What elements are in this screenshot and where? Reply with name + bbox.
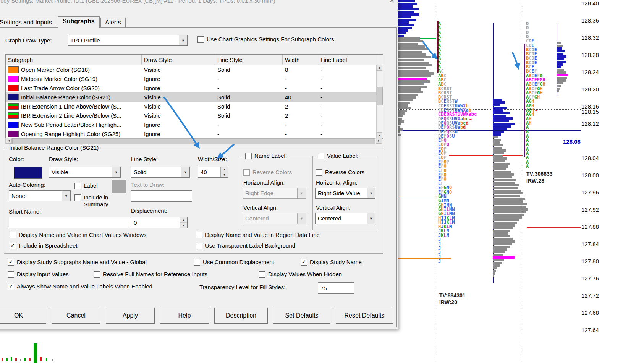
chevron-down-icon[interactable]: ▼ <box>367 213 375 224</box>
ok-button[interactable]: OK <box>0 308 46 324</box>
width-size-input[interactable]: 40 ▲▼ <box>198 167 228 178</box>
vertical-scrollbar[interactable]: ▲ ▼ <box>376 65 383 138</box>
spin-down-icon[interactable]: ▼ <box>221 172 228 177</box>
description-button[interactable]: Description <box>214 308 268 324</box>
scroll-left-icon[interactable]: ◄ <box>6 138 12 144</box>
table-row[interactable]: IBR Extension 1 Line Above/Below (S...Vi… <box>6 102 377 111</box>
horizontal-scrollbar[interactable]: ◄ ► <box>5 138 382 144</box>
tab-settings-and-inputs[interactable]: Settings and Inputs <box>0 18 57 28</box>
table-row[interactable]: Initial Balance Range Color (SG21)Visibl… <box>6 92 377 102</box>
checkbox-box[interactable] <box>245 153 252 159</box>
displacement-input[interactable]: 0 ▲▼ <box>131 217 188 228</box>
checkbox-box[interactable] <box>10 243 16 249</box>
table-row[interactable]: New Sub Period Letter/Block Highligh...I… <box>6 120 377 129</box>
option-checkbox[interactable]: Display Study Name <box>301 259 362 266</box>
chevron-down-icon[interactable]: ▼ <box>62 191 70 201</box>
histogram-bar <box>493 219 519 221</box>
name-reverse-colors-checkbox[interactable]: Reverse Colors <box>243 169 292 176</box>
option-checkbox[interactable]: Use Common Displacement <box>194 259 274 266</box>
table-row[interactable]: IBR Extension 2 Line Above/Below (S...Vi… <box>6 111 377 120</box>
checkbox-box[interactable] <box>194 259 200 266</box>
close-icon[interactable]: ✕ <box>386 0 398 4</box>
checkbox-box[interactable] <box>74 183 81 189</box>
short-name-input[interactable] <box>9 217 131 228</box>
checkbox-box[interactable] <box>197 36 204 43</box>
value-vertical-align-select[interactable]: Centered ▼ <box>315 213 375 224</box>
include-in-summary-checkbox[interactable]: Include in Summary <box>74 194 119 208</box>
chevron-down-icon[interactable]: ▼ <box>181 167 189 177</box>
option-checkbox[interactable]: Resolve Full Names for Reference Inputs <box>94 271 207 278</box>
table-row[interactable]: Opening Range Highlight Color (SG25)Igno… <box>6 129 377 138</box>
checkbox-box[interactable] <box>316 169 322 176</box>
group-option-checkbox[interactable]: Use Transparent Label Background <box>196 242 295 249</box>
label-color-swatch[interactable] <box>112 180 126 193</box>
scroll-right-icon[interactable]: ► <box>376 138 382 144</box>
checkbox-box[interactable] <box>8 259 14 266</box>
text-to-draw-input[interactable] <box>131 190 192 202</box>
reset-defaults-button[interactable]: Reset Defaults <box>336 308 393 324</box>
chevron-down-icon[interactable]: ▼ <box>112 167 120 177</box>
color-swatch[interactable] <box>14 167 42 179</box>
column-header[interactable]: Subgraph <box>6 55 142 65</box>
checkbox-box[interactable] <box>10 232 16 238</box>
scrollbar-thumb[interactable] <box>377 87 383 105</box>
label-checkbox[interactable]: Label <box>74 182 98 189</box>
column-header[interactable]: Line Style <box>215 55 283 65</box>
name-horizontal-align-select[interactable]: Right Edge ▼ <box>243 188 306 199</box>
name-label-checkbox[interactable]: Name Label: <box>245 152 287 159</box>
option-checkbox[interactable]: Display Study Subgraphs Name and Value -… <box>8 259 147 266</box>
dialog-titlebar[interactable]: udy Settings: Market Profile. ID:1 (GBL-… <box>0 0 398 5</box>
checkbox-box[interactable] <box>243 169 250 176</box>
spin-up-icon[interactable]: ▲ <box>180 217 187 223</box>
name-vertical-align-select[interactable]: Centered ▼ <box>243 213 306 224</box>
table-row[interactable]: Open Marker Color (SG18)VisibleSolid8- <box>6 65 377 74</box>
column-header[interactable]: Width <box>283 55 318 65</box>
table-row[interactable]: Midpoint Marker Color (SG19)Ignore--- <box>6 74 377 83</box>
apply-button[interactable]: Apply <box>106 308 155 324</box>
chevron-down-icon[interactable]: ▼ <box>297 213 306 224</box>
checkbox-box[interactable] <box>196 243 202 249</box>
column-header[interactable]: Line Label <box>318 55 376 65</box>
group-option-checkbox[interactable]: Display Name and Value in Chart Values W… <box>10 232 147 238</box>
value-horizontal-align-select[interactable]: Right Side Value ▼ <box>315 188 375 199</box>
graph-draw-type-select[interactable]: TPO Profile ▼ <box>68 35 188 46</box>
chevron-down-icon[interactable]: ▼ <box>179 35 187 45</box>
cancel-button[interactable]: Cancel <box>52 308 100 324</box>
spin-up-icon[interactable]: ▲ <box>221 167 228 172</box>
checkbox-box[interactable] <box>196 232 202 238</box>
chevron-down-icon[interactable]: ▼ <box>297 188 306 198</box>
checkbox-box[interactable] <box>94 271 100 278</box>
line-style-select[interactable]: Solid ▼ <box>131 167 190 178</box>
scrollbar-thumb[interactable] <box>12 138 375 144</box>
tab-alerts[interactable]: Alerts <box>100 18 126 28</box>
use-chart-graphics-checkbox[interactable]: Use Chart Graphics Settings For Subgraph… <box>197 36 334 43</box>
option-checkbox[interactable]: Display Input Values <box>8 271 69 278</box>
value-label-checkbox[interactable]: Value Label: <box>318 152 358 159</box>
draw-style-select[interactable]: Visible ▼ <box>49 167 121 178</box>
column-header[interactable]: Draw Style <box>142 55 215 65</box>
spin-down-icon[interactable]: ▼ <box>180 223 187 228</box>
checkbox-box[interactable] <box>8 271 14 278</box>
scroll-up-icon[interactable]: ▲ <box>377 65 382 71</box>
histogram-bar <box>397 35 404 37</box>
option-checkbox[interactable]: Display Values When Hidden <box>259 271 342 278</box>
transparency-input[interactable]: 75 <box>318 282 354 294</box>
chart-tick <box>6 358 8 361</box>
table-row[interactable]: Last Trade Arrow Color (SG20)Ignore--- <box>6 83 377 92</box>
checkbox-box[interactable] <box>301 259 307 266</box>
checkbox-box[interactable] <box>8 284 14 290</box>
set-defaults-button[interactable]: Set Defaults <box>273 308 330 324</box>
always-show-labels-checkbox[interactable]: Always Show Name and Value Labels When E… <box>8 283 152 290</box>
auto-coloring-select[interactable]: None ▼ <box>9 190 71 201</box>
tab-subgraphs[interactable]: Subgraphs <box>58 16 100 28</box>
group-option-checkbox[interactable]: Include in Spreadsheet <box>10 242 77 249</box>
group-option-checkbox[interactable]: Display Name and Value in Region Data Li… <box>196 232 320 238</box>
chevron-down-icon[interactable]: ▼ <box>367 188 375 198</box>
checkbox-box[interactable] <box>259 271 265 278</box>
checkbox-box[interactable] <box>318 153 324 159</box>
checkbox-box[interactable] <box>74 194 81 201</box>
horizontal-line <box>397 196 439 196</box>
help-button[interactable]: Help <box>160 308 209 324</box>
histogram-bar <box>493 256 515 259</box>
value-reverse-colors-checkbox[interactable]: Reverse Colors <box>316 169 364 176</box>
